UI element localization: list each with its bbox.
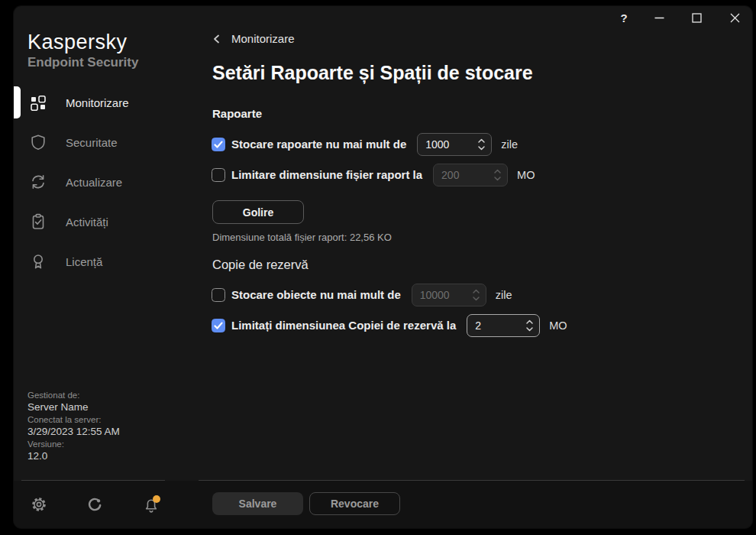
checkbox-store-reports[interactable] bbox=[212, 138, 225, 151]
spinner-input[interactable] bbox=[412, 289, 472, 301]
refresh-icon bbox=[30, 173, 47, 190]
spinner-backup-size-mb[interactable] bbox=[467, 314, 540, 337]
footer-divider-sidebar bbox=[21, 480, 165, 481]
minimize-button[interactable] bbox=[649, 8, 669, 28]
setting-row-limit-backup-size: Limitați dimensiunea Copiei de rezervă l… bbox=[212, 313, 567, 337]
sidebar-item-label: Securitate bbox=[66, 136, 118, 149]
help-button[interactable]: ? bbox=[614, 8, 634, 28]
sidebar-item-label: Actualizare bbox=[66, 176, 122, 189]
setting-label: Limitați dimensiunea Copiei de rezervă l… bbox=[231, 319, 456, 332]
support-icon bbox=[86, 497, 103, 514]
sidebar-item-licenta[interactable]: Licență bbox=[14, 242, 199, 281]
clipboard-check-icon bbox=[30, 213, 47, 230]
managed-by-value: Server Name bbox=[27, 400, 120, 414]
unit-label: MO bbox=[549, 319, 567, 332]
sidebar-item-activitati[interactable]: Activități bbox=[14, 202, 199, 242]
connected-label: Conectat la server: bbox=[27, 414, 120, 425]
sidebar-item-label: Monitorizare bbox=[66, 96, 129, 109]
version-value: 12.0 bbox=[27, 449, 120, 463]
managed-by-label: Gestionat de: bbox=[27, 390, 120, 400]
breadcrumb-back[interactable]: Monitorizare bbox=[212, 32, 295, 45]
checkbox-store-objects[interactable] bbox=[212, 288, 225, 302]
shield-icon bbox=[30, 134, 47, 151]
report-size-note: Dimensiune totală fișier raport: 22,56 K… bbox=[212, 232, 392, 243]
setting-row-limit-report-size: Limitare dimensiune fișier raport la MO bbox=[212, 163, 535, 186]
version-label: Versiune: bbox=[27, 439, 120, 449]
unit-label: MO bbox=[517, 169, 535, 181]
page-title: Setări Rapoarte și Spații de stocare bbox=[212, 62, 533, 84]
settings-gear-button[interactable] bbox=[31, 496, 47, 513]
setting-label: Limitare dimensiune fișier raport la bbox=[231, 168, 422, 181]
spinner-input[interactable] bbox=[467, 319, 525, 332]
maximize-button[interactable] bbox=[687, 8, 706, 28]
brand-logo: Kaspersky Endpoint Security bbox=[27, 31, 138, 70]
footer-divider-main bbox=[199, 480, 745, 481]
spinner-store-objects-days[interactable] bbox=[412, 284, 486, 306]
sidebar-item-monitorizare[interactable]: Monitorizare bbox=[14, 83, 199, 122]
sidebar-item-securitate[interactable]: Securitate bbox=[14, 122, 199, 162]
setting-label: Stocare rapoarte nu mai mult de bbox=[231, 138, 406, 151]
support-button[interactable] bbox=[86, 497, 103, 514]
spinner-report-size-mb[interactable] bbox=[433, 164, 508, 186]
save-button[interactable]: Salvare bbox=[212, 492, 303, 515]
spinner-input[interactable] bbox=[418, 138, 477, 151]
chevron-left-icon bbox=[212, 34, 222, 44]
section-heading-backup: Copie de rezervă bbox=[212, 258, 309, 272]
spinner-arrows-icon[interactable] bbox=[525, 318, 539, 333]
license-ribbon-icon bbox=[30, 253, 47, 270]
checkbox-limit-backup-size[interactable] bbox=[212, 319, 225, 332]
spinner-arrows-icon[interactable] bbox=[472, 287, 486, 303]
brand-product: Endpoint Security bbox=[27, 55, 138, 70]
connected-value: 3/29/2023 12:55 AM bbox=[27, 425, 120, 439]
spinner-arrows-icon[interactable] bbox=[477, 137, 491, 152]
close-icon bbox=[730, 13, 740, 23]
notification-badge bbox=[153, 495, 160, 503]
spinner-store-reports-days[interactable] bbox=[417, 133, 492, 156]
cancel-button[interactable]: Revocare bbox=[309, 492, 400, 515]
unit-label: zile bbox=[501, 138, 518, 151]
sidebar-item-actualizare[interactable]: Actualizare bbox=[14, 162, 199, 202]
setting-label: Stocare obiecte nu mai mult de bbox=[231, 288, 401, 301]
spinner-arrows-icon[interactable] bbox=[493, 167, 507, 183]
unit-label: zile bbox=[496, 289, 512, 301]
check-icon bbox=[214, 140, 223, 149]
brand-name: Kaspersky bbox=[27, 31, 138, 54]
sidebar-item-label: Licență bbox=[66, 255, 102, 268]
spinner-input[interactable] bbox=[434, 169, 493, 181]
minimize-icon bbox=[654, 13, 664, 23]
sidebar-nav: Monitorizare Securitate Actualizare bbox=[14, 83, 199, 281]
close-button[interactable] bbox=[725, 8, 745, 28]
breadcrumb-label: Monitorizare bbox=[231, 32, 295, 45]
dashboard-icon bbox=[30, 94, 47, 111]
section-heading-reports: Rapoarte bbox=[212, 107, 262, 120]
clear-reports-button[interactable]: Golire bbox=[212, 200, 304, 224]
maximize-icon bbox=[692, 13, 702, 23]
gear-icon bbox=[31, 496, 47, 513]
sidebar-item-label: Activități bbox=[66, 216, 108, 229]
setting-row-store-reports: Stocare rapoarte nu mai mult de zile bbox=[212, 132, 518, 156]
server-info: Gestionat de: Server Name Conectat la se… bbox=[27, 390, 120, 463]
checkbox-limit-report-size[interactable] bbox=[212, 168, 225, 182]
app-window: ? Kaspersky Endpoint Security Monitoriza… bbox=[14, 6, 752, 528]
setting-row-store-objects: Stocare obiecte nu mai mult de zile bbox=[212, 283, 512, 306]
check-icon bbox=[214, 321, 223, 330]
